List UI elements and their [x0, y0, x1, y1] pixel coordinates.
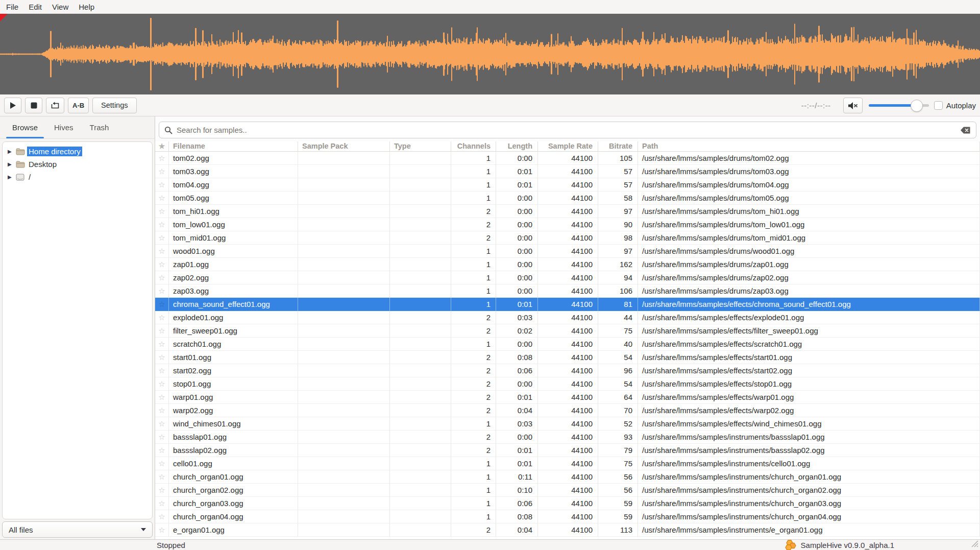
cell-favorite[interactable]: ☆	[155, 457, 169, 470]
table-row[interactable]: ☆tom05.ogg10:004410058/usr/share/lmms/sa…	[155, 192, 980, 205]
mute-button[interactable]	[843, 98, 863, 113]
table-row[interactable]: ☆tom02.ogg10:0044100105/usr/share/lmms/s…	[155, 152, 980, 165]
cell-favorite[interactable]: ☆	[155, 231, 169, 245]
table-row[interactable]: ☆wind_chimes01.ogg10:034410052/usr/share…	[155, 417, 980, 431]
cell-favorite[interactable]: ☆	[155, 391, 169, 404]
tree-item-label[interactable]: /	[27, 172, 32, 182]
table-row[interactable]: ☆chroma_sound_effect01.ogg10:014410081/u…	[155, 298, 980, 311]
waveform-panel[interactable]	[0, 14, 980, 94]
table-row[interactable]: ☆church_organ01.ogg10:114410056/usr/shar…	[155, 470, 980, 484]
table-row[interactable]: ☆tom_low01.ogg20:004410090/usr/share/lmm…	[155, 218, 980, 231]
cell-favorite[interactable]: ☆	[155, 192, 169, 205]
stop-button[interactable]	[25, 98, 42, 113]
ab-repeat-button[interactable]: A-B	[68, 98, 89, 113]
search-input[interactable]	[177, 126, 960, 134]
tree-item[interactable]: ▶Desktop	[3, 158, 152, 171]
table-row[interactable]: ☆bassslap02.ogg20:014410079/usr/share/lm…	[155, 444, 980, 457]
cell-favorite[interactable]: ☆	[155, 404, 169, 417]
column-header-length[interactable]: Length	[496, 141, 538, 152]
cell-favorite[interactable]: ☆	[155, 258, 169, 271]
clear-search-icon[interactable]	[960, 126, 971, 134]
table-row[interactable]: ☆stop01.ogg20:004410054/usr/share/lmms/s…	[155, 377, 980, 391]
tree-item-label[interactable]: Home directory	[27, 147, 82, 156]
cell-favorite[interactable]: ☆	[155, 245, 169, 258]
table-row[interactable]: ☆church_organ02.ogg10:104410056/usr/shar…	[155, 484, 980, 497]
cell-favorite[interactable]: ☆	[155, 324, 169, 338]
cell-favorite[interactable]: ☆	[155, 444, 169, 457]
cell-favorite[interactable]: ☆	[155, 351, 169, 364]
table-row[interactable]: ☆e_organ01.ogg20:0444100113/usr/share/lm…	[155, 523, 980, 537]
table-row[interactable]: ☆warp02.ogg20:044410070/usr/share/lmms/s…	[155, 404, 980, 417]
table-row[interactable]: ☆bassslap01.ogg20:004410093/usr/share/lm…	[155, 431, 980, 444]
table-row[interactable]: ☆scratch01.ogg10:004410040/usr/share/lmm…	[155, 338, 980, 351]
column-header-favorite[interactable]: ★	[155, 141, 169, 152]
resize-grip-icon[interactable]	[970, 539, 978, 549]
table-row[interactable]: ☆church_organ04.ogg10:084410059/usr/shar…	[155, 510, 980, 523]
cell-favorite[interactable]: ☆	[155, 165, 169, 178]
cell-favorite[interactable]: ☆	[155, 417, 169, 431]
table-row[interactable]: ☆cello01.ogg10:014410075/usr/share/lmms/…	[155, 457, 980, 470]
column-header-sample_rate[interactable]: Sample Rate	[538, 141, 598, 152]
table-row[interactable]: ☆start02.ogg20:064410096/usr/share/lmms/…	[155, 364, 980, 377]
table-row[interactable]: ☆filter_sweep01.ogg20:024410075/usr/shar…	[155, 324, 980, 338]
cell-favorite[interactable]: ☆	[155, 484, 169, 497]
file-filter-combobox[interactable]: All files	[2, 521, 153, 538]
column-header-channels[interactable]: Channels	[451, 141, 496, 152]
cell-channels: 2	[451, 364, 496, 377]
table-row[interactable]: ☆tom_hi01.ogg20:004410097/usr/share/lmms…	[155, 205, 980, 218]
loop-button[interactable]	[46, 98, 64, 113]
menu-edit[interactable]: Edit	[23, 0, 47, 14]
expander-icon[interactable]: ▶	[8, 161, 16, 167]
cell-favorite[interactable]: ☆	[155, 338, 169, 351]
cell-favorite[interactable]: ☆	[155, 284, 169, 298]
table-row[interactable]: ☆zap01.ogg10:0044100162/usr/share/lmms/s…	[155, 258, 980, 271]
table-row[interactable]: ☆warp01.ogg20:014410064/usr/share/lmms/s…	[155, 391, 980, 404]
tree-item[interactable]: ▶Home directory	[3, 145, 152, 158]
menu-file[interactable]: File	[1, 0, 23, 14]
tab-trash[interactable]: Trash	[82, 116, 117, 138]
table-row[interactable]: ☆zap02.ogg10:004410094/usr/share/lmms/sa…	[155, 271, 980, 284]
waveform-display[interactable]	[0, 14, 980, 94]
cell-favorite[interactable]: ☆	[155, 431, 169, 444]
cell-favorite[interactable]: ☆	[155, 377, 169, 391]
cell-favorite[interactable]: ☆	[155, 152, 169, 165]
table-row[interactable]: ☆explode01.ogg20:034410044/usr/share/lmm…	[155, 311, 980, 324]
cell-favorite[interactable]: ☆	[155, 271, 169, 284]
column-header-type[interactable]: Type	[390, 141, 451, 152]
autoplay-checkbox[interactable]	[934, 101, 943, 110]
cell-favorite[interactable]: ☆	[155, 311, 169, 324]
table-row[interactable]: ☆tom_mid01.ogg20:004410098/usr/share/lmm…	[155, 231, 980, 245]
cell-favorite[interactable]: ☆	[155, 364, 169, 377]
cell-favorite[interactable]: ☆	[155, 470, 169, 484]
play-button[interactable]	[4, 98, 21, 113]
table-row[interactable]: ☆start01.ogg20:084410054/usr/share/lmms/…	[155, 351, 980, 364]
cell-favorite[interactable]: ☆	[155, 218, 169, 231]
column-header-sample_pack[interactable]: Sample Pack	[298, 141, 390, 152]
tab-hives[interactable]: Hives	[46, 116, 82, 138]
menu-view[interactable]: View	[47, 0, 74, 14]
expander-icon[interactable]: ▶	[8, 174, 16, 180]
volume-slider[interactable]	[869, 100, 929, 112]
cell-favorite[interactable]: ☆	[155, 298, 169, 311]
tree-item[interactable]: ▶/	[3, 171, 152, 183]
expander-icon[interactable]: ▶	[8, 149, 16, 154]
column-header-filename[interactable]: Filename	[169, 141, 298, 152]
volume-slider-handle[interactable]	[911, 100, 923, 112]
menu-help[interactable]: Help	[74, 0, 100, 14]
search-box[interactable]	[159, 122, 976, 138]
cell-favorite[interactable]: ☆	[155, 178, 169, 192]
cell-favorite[interactable]: ☆	[155, 510, 169, 523]
column-header-bitrate[interactable]: Bitrate	[598, 141, 638, 152]
table-row[interactable]: ☆tom04.ogg10:014410057/usr/share/lmms/sa…	[155, 178, 980, 192]
settings-button[interactable]: Settings	[92, 98, 136, 113]
cell-favorite[interactable]: ☆	[155, 523, 169, 537]
tree-item-label[interactable]: Desktop	[27, 159, 58, 169]
table-row[interactable]: ☆wood01.ogg10:004410097/usr/share/lmms/s…	[155, 245, 980, 258]
table-row[interactable]: ☆church_organ03.ogg10:064410059/usr/shar…	[155, 497, 980, 510]
table-row[interactable]: ☆zap03.ogg10:0044100106/usr/share/lmms/s…	[155, 284, 980, 298]
cell-favorite[interactable]: ☆	[155, 497, 169, 510]
tab-browse[interactable]: Browse	[4, 116, 46, 138]
column-header-path[interactable]: Path	[638, 141, 980, 152]
cell-favorite[interactable]: ☆	[155, 205, 169, 218]
table-row[interactable]: ☆tom03.ogg10:014410057/usr/share/lmms/sa…	[155, 165, 980, 178]
